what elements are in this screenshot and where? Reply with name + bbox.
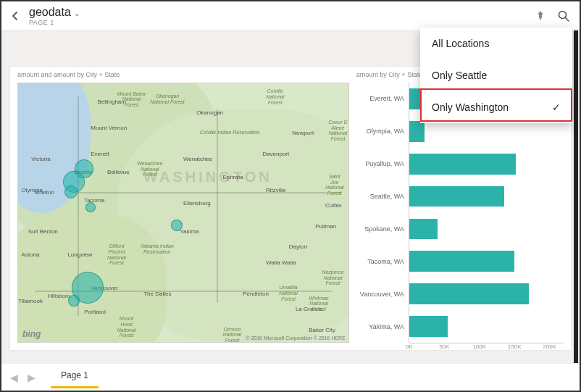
bar[interactable] bbox=[409, 121, 425, 142]
dropdown-item[interactable]: All Locations bbox=[420, 28, 572, 59]
bar-category-label: Olympia, WA bbox=[356, 115, 409, 148]
map-bubble[interactable] bbox=[171, 220, 183, 231]
svg-line-1 bbox=[566, 17, 569, 21]
bar[interactable] bbox=[409, 283, 529, 304]
bar-category-label: Vancouver, WA bbox=[356, 278, 409, 310]
axis-tick: 200K bbox=[543, 343, 556, 350]
map-forest-label: ColvilleNationalForest bbox=[266, 88, 285, 105]
prev-page-button[interactable]: ◀ bbox=[9, 372, 19, 383]
bar-category-label: Spokane, WA bbox=[356, 213, 409, 246]
search-icon bbox=[557, 9, 570, 22]
bar[interactable] bbox=[409, 154, 516, 175]
axis-tick: 0K bbox=[406, 343, 413, 350]
map-title: amount and amount by City + State bbox=[17, 71, 349, 78]
report-title: geodata bbox=[29, 6, 71, 19]
dropdown-item-label: All Locations bbox=[432, 38, 489, 49]
page-subtitle: PAGE 1 bbox=[29, 19, 80, 26]
page-nav-bar: ◀ ▶ Page 1 bbox=[1, 363, 580, 391]
dropdown-item[interactable]: Only Seattle bbox=[420, 59, 572, 91]
bar-value-axis: 0K50K100K150K200K bbox=[409, 343, 564, 353]
bar[interactable] bbox=[409, 219, 438, 240]
axis-tick: 100K bbox=[472, 343, 486, 350]
map-visual[interactable]: amount and amount by City + State WASHIN… bbox=[17, 71, 349, 343]
location-filter-dropdown: All LocationsOnly SeattleOnly Washington… bbox=[420, 28, 572, 123]
right-edge-shadow bbox=[574, 30, 578, 363]
back-button[interactable] bbox=[9, 9, 22, 22]
dropdown-item[interactable]: Only Washington✓ bbox=[420, 91, 572, 123]
bar-category-label: Puyallup, WA bbox=[356, 148, 409, 180]
map-area[interactable]: WASHINGTON bing © 2016 Microsoft Corpora… bbox=[17, 83, 349, 343]
map-bubble[interactable] bbox=[64, 185, 78, 199]
axis-tick: 50K bbox=[439, 343, 449, 350]
check-icon: ✓ bbox=[552, 101, 561, 113]
map-bubble[interactable] bbox=[68, 295, 80, 306]
back-icon bbox=[10, 11, 20, 21]
dropdown-item-label: Only Washington bbox=[432, 101, 509, 113]
bar[interactable] bbox=[409, 251, 514, 272]
bar-category-label: Tacoma, WA bbox=[356, 245, 409, 278]
bar[interactable] bbox=[409, 186, 504, 207]
page-tab[interactable]: Page 1 bbox=[51, 366, 99, 388]
bar-category-label: Yakima, WA bbox=[356, 310, 409, 343]
title-block[interactable]: geodata ⌄ PAGE 1 bbox=[29, 6, 80, 26]
chevron-down-icon: ⌄ bbox=[74, 9, 80, 17]
map-bubble[interactable] bbox=[85, 202, 96, 212]
bar-category-label: Everett, WA bbox=[356, 83, 409, 115]
map-attribution: © 2016 Microsoft Corporation © 2016 HERE bbox=[246, 335, 346, 341]
bar[interactable] bbox=[409, 316, 448, 337]
bar-category-label: Seattle, WA bbox=[356, 180, 409, 213]
search-button[interactable] bbox=[555, 7, 572, 25]
top-bar: geodata ⌄ PAGE 1 bbox=[1, 1, 580, 30]
dropdown-item-label: Only Seattle bbox=[432, 70, 487, 81]
bar-category-axis: Everett, WAOlympia, WAPuyallup, WASeattl… bbox=[356, 83, 409, 343]
axis-tick: 150K bbox=[508, 343, 522, 350]
bing-logo: bing bbox=[22, 329, 41, 339]
pin-icon bbox=[535, 10, 546, 22]
next-page-button[interactable]: ▶ bbox=[26, 372, 36, 383]
